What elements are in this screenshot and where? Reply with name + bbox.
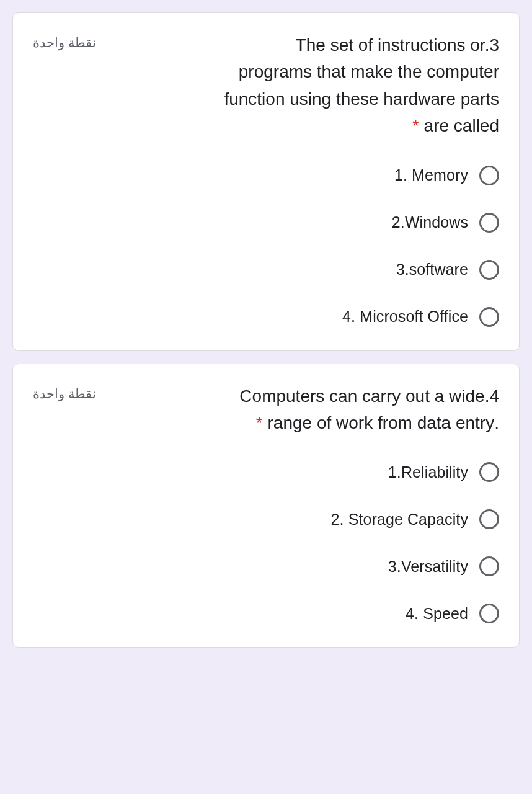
option-row[interactable]: 1. Memory [33,166,499,185]
points-label: نقطة واحدة [33,32,107,50]
option-label: 4. Speed [406,605,468,623]
option-label: 3.Versatility [388,558,468,576]
option-label: 1. Memory [394,166,468,184]
points-label: نقطة واحدة [33,383,107,401]
question-card-3: نقطة واحدة The set of instructions or.3 … [12,12,520,351]
option-row[interactable]: 2.Windows [33,213,499,233]
option-row[interactable]: 4. Speed [33,604,499,623]
required-star: * [256,413,263,432]
option-label: 2. Storage Capacity [331,511,468,529]
radio-icon[interactable] [479,213,499,233]
question-text: The set of instructions or.3 programs th… [107,32,499,140]
option-label: 1.Reliability [388,463,468,481]
option-row[interactable]: 3.software [33,260,499,280]
radio-icon[interactable] [479,307,499,327]
question-text: Computers can carry out a wide.4 .range … [107,383,499,437]
options-list: 1. Memory 2.Windows 3.software 4. Micros… [33,166,499,327]
option-row[interactable]: 3.Versatility [33,556,499,576]
radio-icon[interactable] [479,509,499,529]
option-row[interactable]: 4. Microsoft Office [33,307,499,327]
radio-icon[interactable] [479,604,499,623]
question-line: .range of work from data entry [267,413,499,432]
radio-icon[interactable] [479,166,499,185]
option-label: 2.Windows [392,213,468,231]
question-line: function using these hardware parts [224,89,499,109]
option-label: 4. Microsoft Office [342,308,468,326]
question-card-4: نقطة واحدة Computers can carry out a wid… [12,364,520,648]
question-header: نقطة واحدة The set of instructions or.3 … [33,32,499,140]
question-header: نقطة واحدة Computers can carry out a wid… [33,383,499,437]
option-row[interactable]: 1.Reliability [33,462,499,482]
question-line: The set of instructions or.3 [296,35,499,55]
question-line: are called [424,116,499,135]
radio-icon[interactable] [479,260,499,280]
option-label: 3.software [396,261,468,279]
required-star: * [412,116,419,135]
radio-icon[interactable] [479,462,499,482]
question-line: Computers can carry out a wide.4 [239,386,499,406]
options-list: 1.Reliability 2. Storage Capacity 3.Vers… [33,462,499,623]
radio-icon[interactable] [479,556,499,576]
question-line: programs that make the computer [239,62,499,81]
option-row[interactable]: 2. Storage Capacity [33,509,499,529]
